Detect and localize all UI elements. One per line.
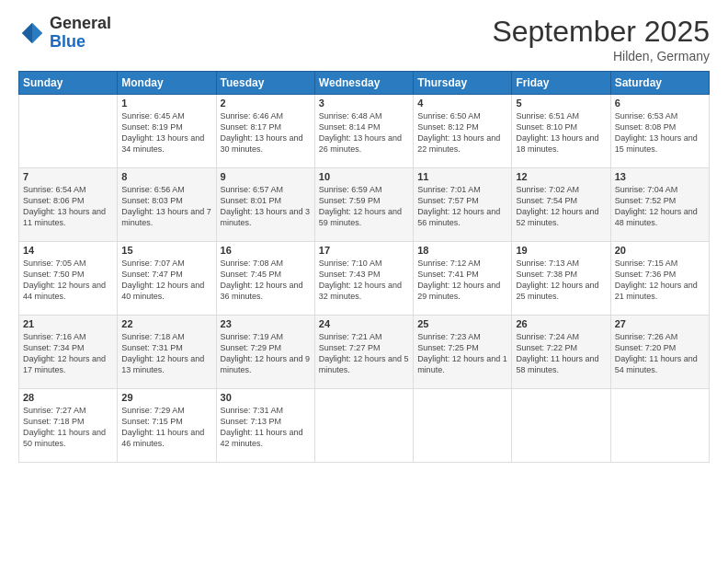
title-location: Hilden, Germany: [492, 49, 710, 63]
day-info: Sunrise: 7:15 AM Sunset: 7:36 PM Dayligh…: [615, 258, 705, 303]
title-month: September 2025: [492, 15, 710, 49]
table-row: 1 Sunrise: 6:45 AM Sunset: 8:19 PM Dayli…: [118, 95, 216, 168]
daylight-text: Daylight: 13 hours and 3 minutes.: [221, 207, 311, 227]
sunset-text: Sunset: 7:57 PM: [417, 196, 479, 205]
table-row: 8 Sunrise: 6:56 AM Sunset: 8:03 PM Dayli…: [118, 168, 216, 242]
daylight-text: Daylight: 13 hours and 34 minutes.: [121, 133, 204, 154]
header-thursday: Thursday: [414, 72, 512, 95]
daylight-text: Daylight: 13 hours and 15 minutes.: [615, 133, 698, 154]
day-number: 26: [516, 318, 606, 329]
day-number: 3: [319, 98, 409, 109]
daylight-text: Daylight: 11 hours and 58 minutes.: [516, 354, 598, 374]
sunrise-text: Sunrise: 6:59 AM: [319, 185, 382, 194]
table-row: 20 Sunrise: 7:15 AM Sunset: 7:36 PM Dayl…: [610, 242, 709, 316]
day-info: Sunrise: 6:57 AM Sunset: 8:01 PM Dayligh…: [221, 184, 311, 229]
table-row: 24 Sunrise: 7:21 AM Sunset: 7:27 PM Dayl…: [314, 316, 413, 389]
day-number: 25: [417, 318, 507, 329]
daylight-text: Daylight: 13 hours and 11 minutes.: [23, 207, 106, 227]
day-number: 4: [417, 98, 507, 109]
table-row: [512, 389, 610, 463]
sunset-text: Sunset: 8:03 PM: [121, 196, 183, 205]
daylight-text: Daylight: 12 hours and 44 minutes.: [23, 281, 106, 301]
sunrise-text: Sunrise: 6:45 AM: [121, 111, 185, 121]
day-number: 9: [221, 171, 311, 182]
day-number: 20: [615, 245, 705, 256]
day-info: Sunrise: 7:24 AM Sunset: 7:22 PM Dayligh…: [516, 331, 606, 376]
table-row: 29 Sunrise: 7:29 AM Sunset: 7:15 PM Dayl…: [118, 389, 216, 463]
calendar-header-row: Sunday Monday Tuesday Wednesday Thursday…: [19, 72, 710, 95]
day-number: 12: [516, 171, 606, 182]
day-info: Sunrise: 7:21 AM Sunset: 7:27 PM Dayligh…: [319, 331, 409, 376]
daylight-text: Daylight: 12 hours and 36 minutes.: [221, 281, 303, 301]
sunset-text: Sunset: 7:18 PM: [23, 417, 85, 426]
daylight-text: Daylight: 11 hours and 50 minutes.: [23, 428, 106, 448]
day-info: Sunrise: 7:18 AM Sunset: 7:31 PM Dayligh…: [121, 331, 211, 376]
sunrise-text: Sunrise: 7:02 AM: [516, 185, 579, 194]
sunrise-text: Sunrise: 7:08 AM: [221, 259, 284, 268]
day-number: 11: [417, 171, 507, 182]
table-row: 25 Sunrise: 7:23 AM Sunset: 7:25 PM Dayl…: [414, 316, 512, 389]
daylight-text: Daylight: 12 hours and 59 minutes.: [319, 207, 402, 227]
day-number: 8: [121, 171, 211, 182]
table-row: 5 Sunrise: 6:51 AM Sunset: 8:10 PM Dayli…: [512, 95, 610, 168]
sunset-text: Sunset: 8:14 PM: [319, 122, 381, 132]
logo-icon: [18, 19, 46, 47]
day-info: Sunrise: 7:23 AM Sunset: 7:25 PM Dayligh…: [417, 331, 507, 376]
sunset-text: Sunset: 8:17 PM: [221, 122, 282, 132]
logo: General Blue: [18, 15, 111, 52]
daylight-text: Daylight: 12 hours and 56 minutes.: [417, 207, 500, 227]
day-info: Sunrise: 7:31 AM Sunset: 7:13 PM Dayligh…: [221, 405, 311, 450]
table-row: 17 Sunrise: 7:10 AM Sunset: 7:43 PM Dayl…: [314, 242, 413, 316]
table-row: 4 Sunrise: 6:50 AM Sunset: 8:12 PM Dayli…: [414, 95, 512, 168]
sunrise-text: Sunrise: 7:21 AM: [319, 332, 382, 341]
table-row: [314, 389, 413, 463]
day-number: 15: [121, 245, 211, 256]
sunset-text: Sunset: 7:29 PM: [221, 343, 282, 352]
daylight-text: Daylight: 12 hours and 25 minutes.: [516, 281, 598, 301]
sunset-text: Sunset: 7:50 PM: [23, 270, 85, 279]
sunrise-text: Sunrise: 7:05 AM: [23, 259, 86, 268]
day-info: Sunrise: 7:02 AM Sunset: 7:54 PM Dayligh…: [516, 184, 606, 229]
daylight-text: Daylight: 12 hours and 32 minutes.: [319, 281, 402, 301]
sunrise-text: Sunrise: 7:12 AM: [417, 259, 481, 268]
sunset-text: Sunset: 7:27 PM: [319, 343, 381, 352]
table-row: 18 Sunrise: 7:12 AM Sunset: 7:41 PM Dayl…: [414, 242, 512, 316]
sunrise-text: Sunrise: 6:56 AM: [121, 185, 185, 194]
sunrise-text: Sunrise: 7:04 AM: [615, 185, 678, 194]
table-row: 11 Sunrise: 7:01 AM Sunset: 7:57 PM Dayl…: [414, 168, 512, 242]
daylight-text: Daylight: 12 hours and 40 minutes.: [121, 281, 204, 301]
day-number: 5: [516, 98, 606, 109]
svg-marker-1: [22, 23, 32, 44]
sunset-text: Sunset: 8:08 PM: [615, 122, 677, 132]
sunset-text: Sunset: 7:52 PM: [615, 196, 677, 205]
day-number: 6: [615, 98, 705, 109]
day-info: Sunrise: 7:10 AM Sunset: 7:43 PM Dayligh…: [319, 258, 409, 303]
sunrise-text: Sunrise: 7:19 AM: [221, 332, 284, 341]
day-number: 19: [516, 245, 606, 256]
table-row: 30 Sunrise: 7:31 AM Sunset: 7:13 PM Dayl…: [216, 389, 314, 463]
table-row: 10 Sunrise: 6:59 AM Sunset: 7:59 PM Dayl…: [314, 168, 413, 242]
calendar-week-2: 7 Sunrise: 6:54 AM Sunset: 8:06 PM Dayli…: [19, 168, 710, 242]
day-number: 17: [319, 245, 409, 256]
sunset-text: Sunset: 7:31 PM: [121, 343, 183, 352]
calendar-table: Sunday Monday Tuesday Wednesday Thursday…: [18, 71, 710, 463]
day-info: Sunrise: 6:54 AM Sunset: 8:06 PM Dayligh…: [23, 184, 113, 229]
sunrise-text: Sunrise: 6:46 AM: [221, 111, 284, 121]
day-number: 29: [121, 392, 211, 403]
calendar-week-5: 28 Sunrise: 7:27 AM Sunset: 7:18 PM Dayl…: [19, 389, 710, 463]
daylight-text: Daylight: 12 hours and 17 minutes.: [23, 354, 106, 374]
sunset-text: Sunset: 7:13 PM: [221, 417, 282, 426]
table-row: 13 Sunrise: 7:04 AM Sunset: 7:52 PM Dayl…: [610, 168, 709, 242]
day-number: 2: [221, 98, 311, 109]
day-number: 24: [319, 318, 409, 329]
day-info: Sunrise: 6:48 AM Sunset: 8:14 PM Dayligh…: [319, 110, 409, 155]
day-number: 16: [221, 245, 311, 256]
sunrise-text: Sunrise: 7:13 AM: [516, 259, 579, 268]
day-info: Sunrise: 6:56 AM Sunset: 8:03 PM Dayligh…: [121, 184, 211, 229]
day-number: 30: [221, 392, 311, 403]
day-info: Sunrise: 6:50 AM Sunset: 8:12 PM Dayligh…: [417, 110, 507, 155]
logo-text: General Blue: [50, 15, 111, 52]
sunset-text: Sunset: 7:22 PM: [516, 343, 577, 352]
table-row: 14 Sunrise: 7:05 AM Sunset: 7:50 PM Dayl…: [19, 242, 118, 316]
day-info: Sunrise: 7:26 AM Sunset: 7:20 PM Dayligh…: [615, 331, 705, 376]
